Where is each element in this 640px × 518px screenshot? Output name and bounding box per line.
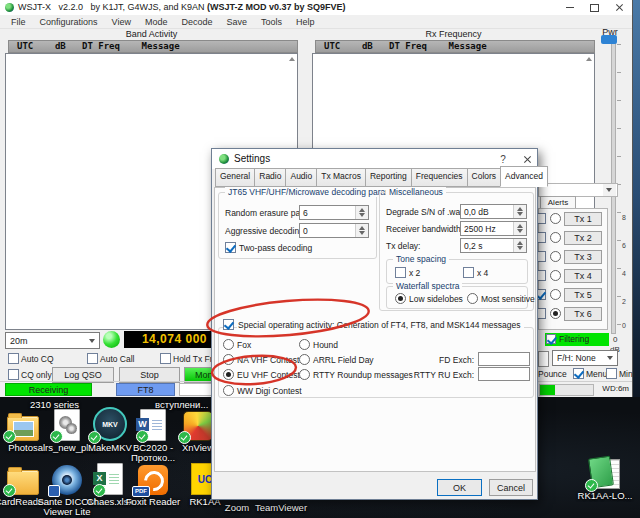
ok-button[interactable]: OK [437,479,482,496]
tx1-button[interactable]: Tx 1 [564,212,602,226]
pwr-slider-handle[interactable] [601,35,617,44]
desktop-icon-bc2020[interactable]: W BC2020 - Протоко... [130,409,176,463]
band-activity-title: Band Activity [5,29,298,39]
desktop-icon-sante-dicom[interactable]: Sante DICOM Viewer Lite [44,463,90,517]
special-activity-checkbox[interactable] [223,319,234,330]
arrl-fd-radio[interactable] [299,354,310,365]
eye-icon [52,465,82,495]
status-mode: FT8 [116,383,175,396]
desktop-icon-makemkv[interactable]: MKV MakeMKV [87,409,133,453]
x4-checkbox[interactable] [463,267,474,278]
hound-radio[interactable] [299,339,310,350]
callsign-combo-partial[interactable] [538,183,618,197]
band-activity-columns: UTC dB DT Freq Message [8,40,298,53]
tx3-radio[interactable] [550,251,561,262]
spinner-arrows-icon[interactable] [355,224,368,237]
minimize-button[interactable] [558,0,582,15]
tab-reporting[interactable]: Reporting [365,168,412,187]
desktop-icon-rk1aa-log[interactable]: RK1AA-LO... [582,457,628,501]
dialog-title: Settings [234,153,270,164]
spinner-arrows-icon[interactable] [355,206,368,219]
app-icon [5,3,14,12]
two-pass-checkbox[interactable] [225,242,236,253]
tab-tx-macros[interactable]: Tx Macros [316,168,366,187]
menu-view[interactable]: View [105,17,138,27]
pounce-label: Pounce [538,369,567,379]
dialog-title-bar[interactable]: Settings ? [212,149,537,169]
tx6-button[interactable]: Tx 6 [564,307,602,321]
ww-digi-radio[interactable] [223,385,234,396]
menu-configurations[interactable]: Configurations [33,17,105,27]
tab-colors[interactable]: Colors [467,168,502,187]
close-icon [615,3,624,12]
rx-frequency-columns: UTC dB DT Freq Message [315,40,595,53]
desktop-icon-alrs[interactable]: alrs_new_pl... [44,409,90,453]
low-sidelobes-label: Low sidelobes [409,294,463,304]
tx-delay-spinner[interactable]: 0,2 s [460,238,527,253]
band-select[interactable]: 20m [5,332,100,349]
desktop-icon-teamviewer[interactable]: TeamViewer [258,501,304,513]
tab-audio[interactable]: Audio [285,168,317,187]
fd-exch-field[interactable] [478,352,530,366]
auto-cq-checkbox[interactable] [8,353,19,364]
menu-mode[interactable]: Mode [138,17,175,27]
na-vhf-radio[interactable] [223,354,234,365]
cancel-button[interactable]: Cancel [489,479,533,496]
tx4-button[interactable]: Tx 4 [564,269,602,283]
filtering-toggle[interactable]: Filtering [545,333,609,346]
menu-save[interactable]: Save [219,17,254,27]
fh-mode-combo[interactable]: F/H: None [552,350,618,366]
x2-checkbox[interactable] [395,267,406,278]
filtering-checkbox[interactable] [546,334,556,344]
tx1-radio[interactable] [550,213,561,224]
pdf-badge: PDF [132,486,150,497]
spinner-arrows-icon[interactable] [513,205,526,218]
most-sensitive-radio[interactable] [467,293,478,304]
desktop-icon-foxit[interactable]: PDF Foxit Reader [130,463,176,507]
fox-radio[interactable] [223,339,234,350]
eu-vhf-radio[interactable] [223,369,234,380]
tab-general[interactable]: General [215,168,255,187]
menu-file[interactable]: File [4,17,33,27]
random-erasure-spinner[interactable]: 6 [299,205,369,220]
desktop-icon-zoom[interactable]: Zoom [214,501,260,513]
aggressive-level-spinner[interactable]: 0 [299,223,369,238]
tab-radio[interactable]: Radio [254,168,286,187]
menu-help[interactable]: Help [289,17,322,27]
maximize-button[interactable] [582,0,606,15]
sync-check-badge [3,430,16,443]
low-sidelobes-radio[interactable] [395,293,406,304]
menu-decode[interactable]: Decode [174,17,219,27]
tx2-radio[interactable] [550,232,561,243]
folder-icon [7,416,39,441]
close-button[interactable] [606,0,632,15]
tx5-radio[interactable] [550,289,561,300]
degrade-spinner[interactable]: 0,0 dB [460,204,527,219]
hold-tx-freq-checkbox[interactable] [160,353,171,364]
rtty-ru-radio[interactable] [299,369,310,380]
ww-digi-label: WW Digi Contest [237,386,302,396]
tx4-radio[interactable] [550,270,561,281]
input-partial[interactable] [538,351,549,367]
mini-checkbox[interactable] [606,368,617,379]
tx3-button[interactable]: Tx 3 [564,250,602,264]
scroll-up-icon[interactable] [586,57,592,61]
tx6-radio[interactable] [550,308,561,319]
spinner-arrows-icon[interactable] [513,222,526,235]
tx2-button[interactable]: Tx 2 [564,231,602,245]
tab-frequencies[interactable]: Frequencies [411,168,468,187]
menu-tools[interactable]: Tools [254,17,289,27]
scroll-up-icon[interactable] [289,57,295,61]
rtty-exch-field[interactable] [478,367,530,381]
tab-advanced[interactable]: Advanced [500,166,548,187]
auto-call-checkbox[interactable] [87,353,98,364]
spinner-arrows-icon[interactable] [513,239,526,252]
tx5-button[interactable]: Tx 5 [564,288,602,302]
cq-only-checkbox[interactable] [8,369,19,380]
arrl-fd-label: ARRL Field Day [313,355,374,365]
menus-checkbox[interactable] [573,368,584,379]
title-bar[interactable]: WSJT-X v2.2.0 by K1JT, G4WJS, and K9AN (… [0,0,632,15]
maximize-icon [590,4,599,12]
window-title: WSJT-X v2.2.0 by K1JT, G4WJS, and K9AN (… [18,2,346,12]
bandwidth-spinner[interactable]: 2500 Hz [460,221,527,236]
